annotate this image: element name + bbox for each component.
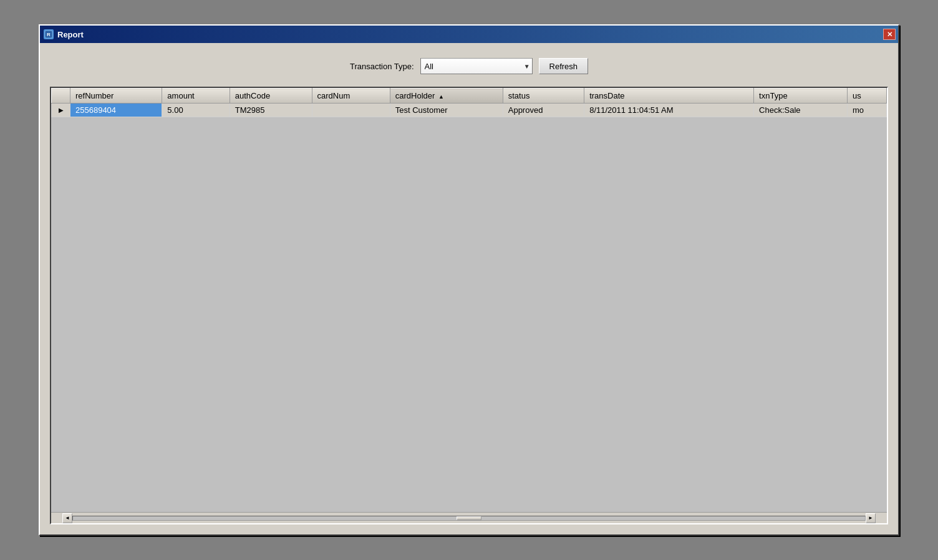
title-buttons: ✕: [883, 29, 896, 40]
col-header-status[interactable]: status: [503, 89, 584, 104]
scroll-thumb[interactable]: [457, 516, 481, 520]
title-bar-left: R Report: [44, 29, 84, 39]
table-header-row: refNumber amount authCode cardNum cardHo…: [52, 89, 887, 104]
col-header-transdate[interactable]: transDate: [584, 89, 754, 104]
transaction-type-label: Transaction Type:: [350, 62, 414, 71]
report-window: R Report ✕ Transaction Type: All Sale Cr…: [39, 24, 899, 536]
scroll-track[interactable]: [72, 516, 866, 521]
toolbar: Transaction Type: All Sale Credit Void A…: [50, 53, 888, 79]
table-container: refNumber amount authCode cardNum cardHo…: [50, 87, 888, 524]
cell-us: mo: [847, 104, 886, 117]
col-header-cardnum[interactable]: cardNum: [312, 89, 390, 104]
scroll-right-icon: ►: [868, 515, 873, 521]
col-header-amount[interactable]: amount: [162, 89, 230, 104]
col-header-selector: [52, 89, 70, 104]
table-scroll-area[interactable]: refNumber amount authCode cardNum cardHo…: [51, 88, 887, 512]
col-header-us[interactable]: us: [847, 89, 886, 104]
col-header-refnumber[interactable]: refNumber: [70, 89, 162, 104]
cell-status: Approved: [503, 104, 584, 117]
transaction-type-dropdown-wrapper: All Sale Credit Void Authorization ▼: [420, 58, 533, 74]
horizontal-scrollbar[interactable]: ◄ ►: [51, 512, 887, 523]
refresh-button[interactable]: Refresh: [539, 58, 589, 74]
close-button[interactable]: ✕: [883, 29, 896, 40]
content-area: Transaction Type: All Sale Credit Void A…: [40, 43, 898, 534]
table-row[interactable]: ▶ 255689404 5.00 TM2985 Test Customer Ap…: [52, 104, 887, 117]
svg-text:R: R: [47, 32, 51, 37]
col-header-authcode[interactable]: authCode: [230, 89, 312, 104]
cell-transdate: 8/11/2011 11:04:51 AM: [584, 104, 754, 117]
cell-cardnum: [312, 104, 390, 117]
scroll-right-button[interactable]: ►: [866, 513, 876, 523]
scroll-left-icon: ◄: [65, 515, 70, 521]
window-icon: R: [44, 29, 54, 39]
cell-cardholder: Test Customer: [390, 104, 503, 117]
scroll-left-button[interactable]: ◄: [62, 513, 72, 523]
title-bar: R Report ✕: [40, 26, 898, 43]
cell-authcode: TM2985: [230, 104, 312, 117]
data-table: refNumber amount authCode cardNum cardHo…: [51, 88, 887, 117]
row-arrow-indicator: ▶: [52, 104, 70, 117]
cell-refnumber: 255689404: [70, 104, 162, 117]
cell-txntype: Check:Sale: [754, 104, 848, 117]
transaction-type-dropdown[interactable]: All Sale Credit Void Authorization: [420, 58, 533, 74]
sort-indicator-icon: ▲: [438, 94, 444, 100]
window-title: Report: [57, 30, 84, 39]
col-header-txntype[interactable]: txnType: [754, 89, 848, 104]
cell-amount: 5.00: [162, 104, 230, 117]
col-header-cardholder[interactable]: cardHolder ▲: [390, 89, 503, 104]
